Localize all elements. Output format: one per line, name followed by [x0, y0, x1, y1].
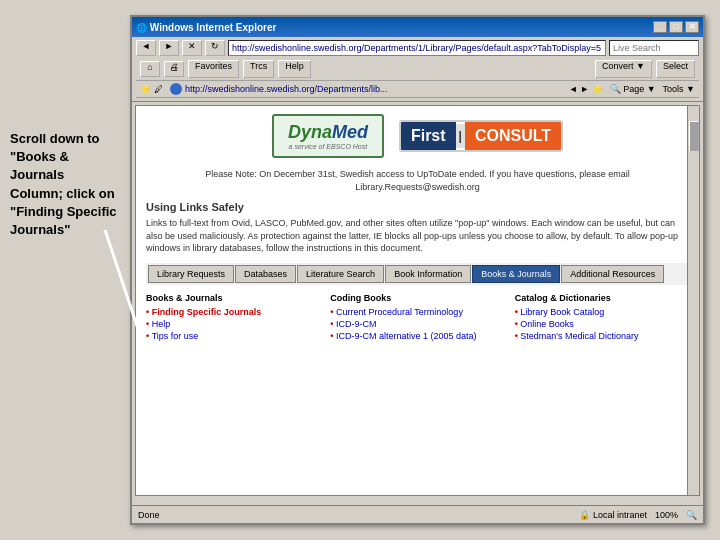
consult-label: CONSULT — [465, 122, 561, 150]
forward-button[interactable]: ► — [159, 40, 179, 56]
select-button[interactable]: Select — [656, 60, 695, 78]
tab-book-information[interactable]: Book Information — [385, 265, 471, 283]
link-icd9[interactable]: ICD-9-CM — [330, 319, 504, 329]
fav-icon — [170, 83, 182, 95]
tools-btn2[interactable]: Tools ▼ — [663, 84, 695, 94]
links-section-title: Using Links Safely — [146, 201, 689, 213]
scrollbar[interactable] — [687, 106, 699, 495]
link-icd9-alt[interactable]: ICD-9-CM alternative 1 (2005 data) — [330, 331, 504, 341]
nav-bar: ◄ ► ✕ ↻ — [136, 40, 699, 56]
browser-title: 🌐 Windows Internet Explorer — [136, 22, 276, 33]
svg-marker-1 — [140, 370, 160, 385]
arrow-indicator — [95, 220, 175, 400]
col3-title: Catalog & Dictionaries — [515, 293, 689, 303]
status-bar: Done 🔒 Local intranet 100% 🔍 — [132, 505, 703, 523]
zoom-btn[interactable]: 🔍 Page ▼ — [610, 84, 656, 94]
svg-line-0 — [105, 230, 155, 380]
minimize-button[interactable]: _ — [653, 21, 667, 33]
refresh-button[interactable]: ↻ — [205, 40, 225, 56]
favorites-address[interactable]: http://swedishonline.swedish.org/Departm… — [185, 84, 388, 94]
dynamed-subtitle: a service of EBSCO Host — [288, 143, 368, 150]
first-consult-logo[interactable]: First | CONSULT — [399, 120, 563, 152]
tab-databases[interactable]: Databases — [235, 265, 296, 283]
home-button[interactable]: ⌂ — [140, 61, 160, 77]
scroll-thumb[interactable] — [689, 121, 699, 151]
tools-button[interactable]: Trcs — [243, 60, 274, 78]
links-body-text: Links to full-text from Ovid, LASCO, Pub… — [146, 217, 689, 255]
close-button[interactable]: ✕ — [685, 21, 699, 33]
window-controls: _ □ ✕ — [653, 21, 699, 33]
title-bar: 🌐 Windows Internet Explorer _ □ ✕ — [132, 17, 703, 37]
favorites-bar: ⭐ 🖊 http://swedishonline.swedish.org/Dep… — [136, 81, 699, 98]
tab-literature-search[interactable]: Literature Search — [297, 265, 384, 283]
page-nav-btns: ◄ ► ⭐ — [569, 84, 603, 94]
toolbar: ⌂ 🖨 Favorites Trcs Help Convert ▼ Select — [136, 58, 699, 81]
link-cpt[interactable]: Current Procedural Terminology — [330, 307, 504, 317]
tab-books-journals[interactable]: Books & Journals — [472, 265, 560, 283]
zone-label: Local intranet — [593, 510, 647, 520]
security-zone: 🔒 Local intranet — [579, 510, 647, 520]
link-online-books[interactable]: Online Books — [515, 319, 689, 329]
browser-window: 🌐 Windows Internet Explorer _ □ ✕ ◄ ► ✕ … — [130, 15, 705, 525]
tab-additional-resources[interactable]: Additional Resources — [561, 265, 664, 283]
stop-button[interactable]: ✕ — [182, 40, 202, 56]
logo-row: DynaMed a service of EBSCO Host First | … — [146, 114, 689, 158]
link-library-catalog[interactable]: Library Book Catalog — [515, 307, 689, 317]
status-text: Done — [138, 510, 160, 520]
link-stedmans[interactable]: Stedman's Medical Dictionary — [515, 331, 689, 341]
nav-tabs: Library Requests Databases Literature Se… — [146, 263, 689, 285]
notice-text: Please Note: On December 31st, Swedish a… — [146, 168, 689, 193]
convert-button[interactable]: Convert ▼ — [595, 60, 652, 78]
column-catalog: Catalog & Dictionaries Library Book Cata… — [515, 293, 689, 343]
column-coding-books: Coding Books Current Procedural Terminol… — [330, 293, 504, 343]
status-right: 🔒 Local intranet 100% 🔍 — [579, 510, 697, 520]
help-button[interactable]: Help — [278, 60, 311, 78]
zoom-icon: 🔍 — [686, 510, 697, 520]
maximize-button[interactable]: □ — [669, 21, 683, 33]
content-columns: Books & Journals Finding Specific Journa… — [146, 293, 689, 343]
lock-icon: 🔒 — [579, 510, 590, 520]
col2-title: Coding Books — [330, 293, 504, 303]
page-inner: DynaMed a service of EBSCO Host First | … — [136, 106, 699, 495]
address-area: ◄ ► ✕ ↻ ⌂ 🖨 Favorites Trcs Help Convert … — [132, 37, 703, 102]
search-input[interactable] — [609, 40, 699, 56]
address-bar[interactable] — [228, 40, 606, 56]
favorites-label: 🖊 — [154, 84, 163, 94]
page-content: DynaMed a service of EBSCO Host First | … — [135, 105, 700, 496]
back-button[interactable]: ◄ — [136, 40, 156, 56]
print-button[interactable]: 🖨 — [164, 61, 184, 77]
zoom-level: 100% — [655, 510, 678, 520]
dynamed-logo[interactable]: DynaMed a service of EBSCO Host — [272, 114, 384, 158]
separator: | — [456, 124, 465, 148]
first-label: First — [401, 122, 456, 150]
favorites-button[interactable]: Favorites — [188, 60, 239, 78]
